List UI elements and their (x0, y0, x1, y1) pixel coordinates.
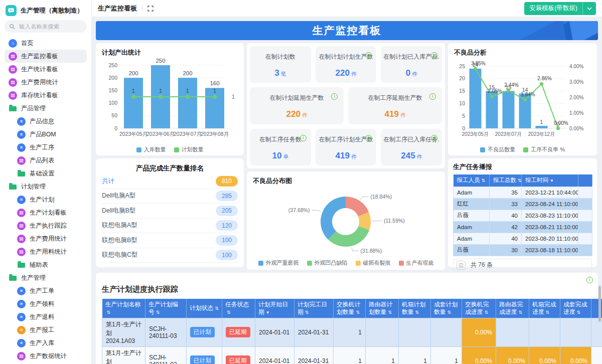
qty-cell: 1 (399, 346, 431, 364)
tracking-column-header-7[interactable]: 路由器计划数量⇅ (366, 299, 399, 318)
info-icon[interactable]: i (365, 135, 372, 141)
tracking-column-header-1[interactable]: 生产计划编号⇅ (145, 299, 187, 318)
info-icon[interactable]: i (429, 93, 436, 100)
topbar-tab[interactable]: 生产监控看板 (98, 4, 137, 13)
stat-card-0: 在制计划数3笔 (250, 46, 311, 83)
sidebar-item-22[interactable]: ≡生产报工 (5, 323, 87, 336)
svg-text:3.00%: 3.00% (569, 79, 583, 85)
legend-item: 外观严重磨损 (258, 259, 299, 267)
sidebar-item-2[interactable]: ▤生产统计看板 (5, 63, 87, 76)
sidebar-item-6[interactable]: ≡产品信息 (5, 115, 87, 128)
tracking-column-header-3[interactable]: 任务状态⇅ (222, 299, 255, 318)
svg-text:(31.88%): (31.88%) (361, 248, 382, 254)
info-icon[interactable]: i (586, 277, 593, 283)
sort-icon[interactable]: ⇅ (577, 310, 581, 315)
tracking-column-header-8[interactable]: 机箱计划数量⇅ (399, 299, 431, 318)
sidebar-item-24[interactable]: ▤生产数据统计 (5, 349, 87, 362)
task-cell: 42 (490, 221, 522, 233)
stat-card-4: 在制工序延期生产数i419件 (348, 87, 442, 124)
tracking-column-header-12[interactable]: 机箱完成进度⇅ (529, 299, 560, 318)
doc-icon: ≡ (17, 130, 26, 139)
svg-text:(11.59%): (11.59%) (384, 218, 405, 224)
sidebar-item-19[interactable]: ≡生产工单 (5, 284, 87, 297)
sort-desc-icon[interactable]: ▼ (550, 178, 554, 183)
svg-text:250: 250 (108, 62, 117, 68)
tracking-column-header-9[interactable]: 成套计划数量⇅ (431, 299, 462, 318)
sidebar-item-14[interactable]: ▤生产执行跟踪 (5, 219, 87, 232)
tracking-column-header-6[interactable]: 交换机计划数量⇅ (334, 299, 366, 318)
info-icon[interactable]: i (331, 93, 338, 100)
info-icon[interactable]: i (300, 135, 307, 141)
sidebar-item-20[interactable]: ≡生产领料 (5, 297, 87, 310)
sort-icon[interactable]: ⇅ (482, 178, 486, 183)
chevron-down-icon[interactable] (583, 7, 596, 11)
panel-product-ranking: 产品完成生产数量排名 共计810Dell电脑A型285Dell电脑B型205联想… (96, 158, 244, 267)
sort-icon[interactable]: ⇅ (415, 310, 419, 315)
svg-text:3.85%: 3.85% (471, 61, 485, 66)
plan-output-bar-chart: 0501001502002502002023年05月2502023年06月200… (102, 58, 238, 143)
fullscreen-icon[interactable] (147, 6, 154, 12)
legend-item: 破损有裂痕 (356, 259, 391, 267)
task-column-header-0[interactable]: 报工人员⇅ (454, 174, 490, 187)
sort-icon[interactable]: ⇅ (356, 310, 360, 315)
tracking-column-header-0[interactable]: 生产计划名称⇅ (102, 299, 145, 318)
tracking-column-header-10[interactable]: 交换机完成进度⇅ (462, 299, 496, 318)
tracking-column-header-13[interactable]: 成套完成进度⇅ (560, 299, 591, 318)
sort-icon[interactable]: ⇅ (388, 310, 392, 315)
pagination-icon[interactable]: ◫ (457, 261, 466, 270)
task-column-header-1[interactable]: 报工总数⇅ (490, 174, 522, 187)
sort-desc-icon[interactable]: ▼ (266, 310, 270, 315)
install-template-button[interactable]: 安装模板(带数据) (524, 2, 596, 15)
search-input[interactable] (18, 23, 77, 30)
sort-icon[interactable]: ⇅ (305, 310, 309, 315)
sort-icon[interactable]: ⇅ (215, 306, 219, 311)
sidebar-item-17[interactable]: 辅助表 (5, 258, 87, 271)
info-icon[interactable]: i (431, 135, 437, 141)
tracking-column-header-11[interactable]: 路由器完成进度⇅ (496, 299, 529, 318)
sidebar-item-0[interactable]: ⌂首页 (5, 37, 87, 50)
tracking-column-header-4[interactable]: 计划开始日期▼ (255, 299, 294, 318)
stat-card-5: 在制工序任务数i10单 (250, 129, 311, 165)
sort-icon[interactable]: ⇅ (107, 310, 111, 315)
sort-icon[interactable]: ⇅ (156, 310, 160, 315)
legend-swatch (258, 261, 263, 266)
doc-icon: ≡ (17, 339, 26, 347)
sort-icon[interactable]: ⇅ (447, 310, 452, 315)
sidebar-item-15[interactable]: ▤生产费用统计 (5, 232, 87, 245)
info-icon[interactable]: i (431, 52, 437, 59)
folder-icon (18, 263, 25, 268)
stat-card-unit: 笔 (281, 71, 286, 77)
sidebar-item-9[interactable]: ▤产品列表 (5, 154, 87, 167)
sidebar-item-1[interactable]: ▤生产监控看板 (5, 50, 87, 63)
sidebar-item-11[interactable]: 计划管理 (5, 180, 87, 193)
sidebar-item-5[interactable]: 产品管理 (5, 102, 87, 115)
sidebar-item-8[interactable]: ≡生产工序 (5, 141, 87, 154)
task-column-header-2[interactable]: 报工时间▼ (522, 174, 578, 187)
empty-cell (591, 346, 602, 364)
sidebar-item-12[interactable]: ≡生产计划 (5, 193, 87, 206)
sidebar-item-label: 生产工序 (30, 143, 54, 152)
board-icon: ▤ (17, 209, 26, 217)
sidebar-item-10[interactable]: 基础设置 (5, 167, 87, 180)
sort-icon[interactable]: ⇅ (546, 310, 550, 315)
qty-cell: 1 (334, 318, 366, 346)
board-icon: ▤ (17, 222, 26, 230)
search-box[interactable] (5, 20, 87, 33)
sidebar-item-3[interactable]: ▤生产费用统计 (5, 76, 87, 89)
sidebar-item-18[interactable]: 生产管理 (5, 271, 87, 284)
sidebar-item-13[interactable]: ▤生产计划看板 (5, 206, 87, 219)
task-cell: Adam (454, 233, 490, 244)
sort-icon[interactable]: ⇅ (518, 178, 522, 183)
sort-icon[interactable]: ⇅ (227, 310, 231, 315)
sidebar-item-4[interactable]: ▤库存统计看板 (5, 89, 87, 102)
sort-icon[interactable]: ⇅ (518, 310, 522, 315)
sidebar-item-16[interactable]: ▤生产用料统计 (5, 245, 87, 258)
svg-text:150: 150 (108, 87, 117, 93)
scrollbar-thumb[interactable] (598, 286, 601, 322)
tracking-column-header-2[interactable]: 计划状态⇅ (187, 299, 222, 318)
sidebar-item-7[interactable]: ≡产品BOM (5, 128, 87, 141)
sort-icon[interactable]: ⇅ (484, 310, 488, 315)
sidebar-item-21[interactable]: ≡生产退料 (5, 310, 87, 323)
tracking-column-header-5[interactable]: 计划完工日期⇅ (294, 299, 334, 318)
sidebar-item-23[interactable]: ≡生产入库 (5, 336, 87, 349)
